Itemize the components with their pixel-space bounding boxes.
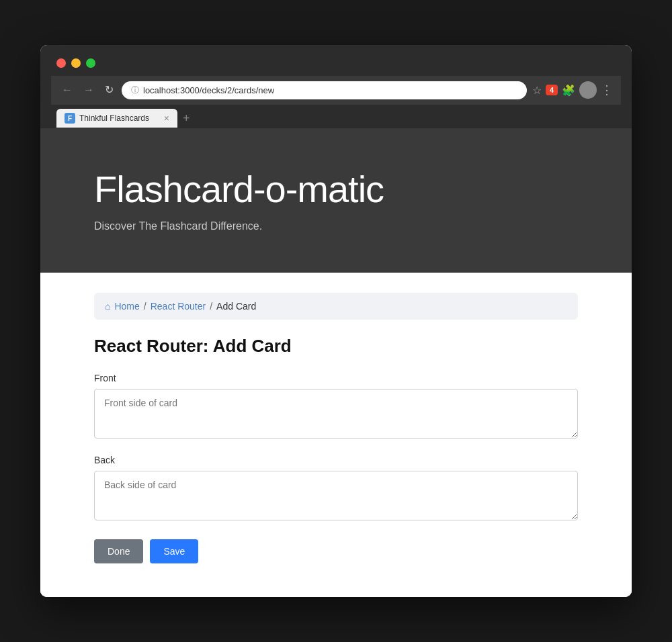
menu-icon[interactable]: ⋮ — [601, 83, 613, 97]
address-bar[interactable]: ⓘ localhost:3000/decks/2/cards/new — [122, 81, 527, 99]
browser-chrome: ← → ↻ ⓘ localhost:3000/decks/2/cards/new… — [40, 45, 632, 128]
done-button[interactable]: Done — [94, 539, 143, 563]
traffic-light-yellow[interactable] — [71, 58, 81, 68]
breadcrumb-separator-1: / — [144, 301, 146, 312]
traffic-light-red[interactable] — [56, 58, 66, 68]
toolbar-icons: ☆ 4 🧩 ⋮ — [532, 81, 613, 99]
back-button[interactable]: ← — [59, 83, 75, 97]
back-form-group: Back — [94, 455, 578, 523]
star-icon[interactable]: ☆ — [532, 84, 542, 97]
breadcrumb-middle-link[interactable]: React Router — [151, 301, 206, 312]
front-label: Front — [94, 373, 578, 383]
extensions-icon[interactable]: 4 — [546, 85, 558, 95]
url-text: localhost:3000/decks/2/cards/new — [143, 85, 274, 95]
hero-title: Flashcard-o-matic — [94, 169, 578, 210]
traffic-lights — [56, 58, 95, 68]
back-textarea[interactable] — [94, 471, 578, 520]
tab-favicon: F — [65, 113, 75, 124]
active-tab[interactable]: F Thinkful Flashcards × — [56, 109, 177, 128]
new-tab-button[interactable]: + — [180, 109, 193, 128]
tab-title: Thinkful Flashcards — [79, 113, 160, 123]
hero-section: Flashcard-o-matic Discover The Flashcard… — [40, 128, 632, 273]
breadcrumb-current: Add Card — [216, 301, 256, 312]
page-content: Flashcard-o-matic Discover The Flashcard… — [40, 128, 632, 598]
extensions-area: 4 — [546, 85, 558, 95]
main-section: ⌂ Home / React Router / Add Card React R… — [40, 273, 632, 597]
front-form-group: Front — [94, 373, 578, 441]
traffic-light-green[interactable] — [86, 58, 95, 68]
breadcrumb: ⌂ Home / React Router / Add Card — [94, 293, 578, 320]
page-heading: React Router: Add Card — [94, 336, 578, 357]
back-label: Back — [94, 455, 578, 465]
address-bar-row: ← → ↻ ⓘ localhost:3000/decks/2/cards/new… — [51, 76, 621, 105]
home-icon: ⌂ — [105, 301, 110, 312]
hero-subtitle: Discover The Flashcard Difference. — [94, 220, 578, 232]
reload-button[interactable]: ↻ — [102, 83, 116, 97]
breadcrumb-home-link[interactable]: Home — [114, 301, 139, 312]
tab-close-button[interactable]: × — [164, 113, 169, 123]
forward-button[interactable]: → — [81, 83, 97, 97]
puzzle-icon[interactable]: 🧩 — [562, 84, 575, 97]
info-icon: ⓘ — [131, 85, 139, 96]
browser-window: ← → ↻ ⓘ localhost:3000/decks/2/cards/new… — [40, 45, 632, 598]
save-button[interactable]: Save — [150, 539, 198, 563]
form-actions: Done Save — [94, 539, 578, 563]
tabs-container: F Thinkful Flashcards × + — [51, 105, 621, 128]
front-textarea[interactable] — [94, 389, 578, 439]
tab-bar — [51, 58, 621, 76]
breadcrumb-separator-2: / — [210, 301, 212, 312]
avatar-icon[interactable] — [579, 81, 597, 99]
